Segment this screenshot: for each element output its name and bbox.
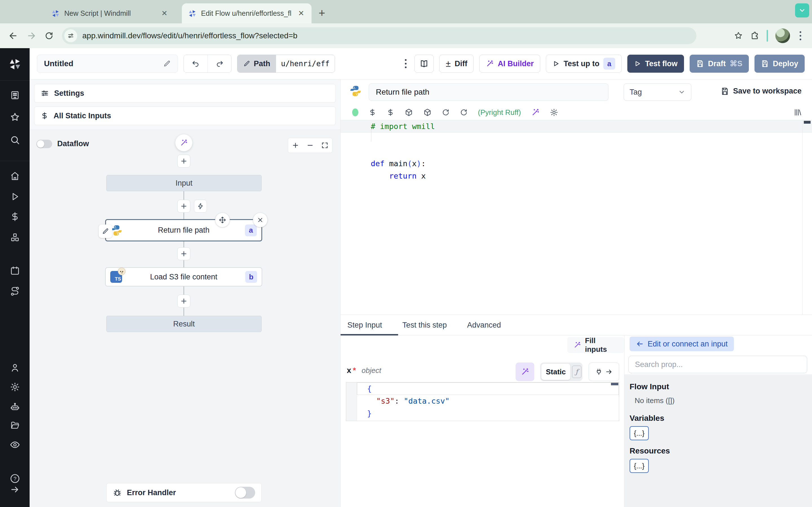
redo-button[interactable] [207,55,231,72]
editor-scrollbar[interactable] [802,120,812,315]
tab-close-icon[interactable]: ✕ [297,9,305,18]
test-flow-button[interactable]: Test flow [627,55,684,73]
reload-button[interactable] [45,31,54,40]
resource-dollar-icon[interactable] [387,108,395,116]
edit-step-icon[interactable] [99,224,112,238]
dataflow-toggle[interactable] [36,140,52,148]
fill-inputs-button[interactable]: Fill inputs [567,337,624,353]
ai-flow-button[interactable] [175,134,192,151]
profile-avatar[interactable] [775,29,790,43]
variable-dollar-icon[interactable] [368,108,376,116]
connect-input-button[interactable] [589,362,619,381]
insert-trigger-button[interactable] [194,200,207,213]
tag-select[interactable]: Tag [624,83,691,101]
routes-icon[interactable] [10,286,20,296]
variables-dollar-icon[interactable] [10,212,20,222]
editor-settings-gear-icon[interactable] [550,108,558,117]
search-icon[interactable] [10,135,20,145]
draft-button[interactable]: Draft ⌘S [690,55,749,73]
flow-settings-row[interactable]: Settings [34,84,336,103]
all-static-inputs-row[interactable]: All Static Inputs [34,107,336,125]
bookmark-star-icon[interactable] [734,31,743,40]
error-handler-row[interactable]: Error Handler [106,483,262,502]
audit-eye-icon[interactable] [10,439,20,450]
edit-or-connect-pill[interactable]: Edit or connect an input [629,337,734,351]
edit-pencil-icon[interactable] [163,60,171,68]
resources-object-chip[interactable]: {...} [629,459,649,473]
package-icon[interactable] [405,108,413,117]
move-step-icon[interactable] [215,213,230,227]
site-info-icon[interactable] [64,29,77,42]
flow-graph[interactable]: Dataflow Input [30,129,340,507]
json-input-editor[interactable]: { "s3": "data.csv"} [346,382,619,421]
expand-arrow-icon[interactable] [10,485,20,494]
zoom-out-button[interactable] [303,142,317,149]
step-node-b[interactable]: TS Load S3 file content b [105,267,262,286]
address-bar[interactable]: app.windmill.dev/flows/edit/u/henri/effo… [62,27,696,44]
browser-tab-active[interactable]: Edit Flow u/henri/effortless_fl ✕ [182,3,312,23]
insert-step-button[interactable] [177,155,190,168]
save-to-workspace-button[interactable]: Save to workspace [721,87,802,96]
insert-step-button[interactable] [177,247,190,260]
lint-status[interactable]: (Pyright Ruff) [478,108,521,117]
magic-wand-icon[interactable] [531,108,540,117]
play-icon [634,60,641,67]
browser-menu-icon[interactable] [797,31,804,40]
home-icon[interactable] [10,171,20,181]
delete-step-icon[interactable] [253,213,267,227]
test-up-to-button[interactable]: Test up to a [546,55,622,73]
settings-gear-icon[interactable] [10,382,20,392]
editor-toolbar: (Pyright Ruff) [341,105,812,120]
function-option[interactable]: ƒ [572,365,581,378]
favorites-star-icon[interactable] [10,112,20,122]
search-prop-input[interactable] [628,356,807,373]
tab-search-button[interactable] [795,3,809,17]
workspace-icon[interactable] [10,90,20,100]
undo-button[interactable] [184,55,207,72]
ai-robot-icon[interactable] [10,402,20,412]
windmill-logo[interactable] [8,58,21,71]
help-icon[interactable]: ? [10,473,20,484]
users-person-icon[interactable] [10,363,20,373]
input-node[interactable]: Input [106,175,262,191]
deploy-button[interactable]: Deploy [755,55,805,73]
schedules-calendar-icon[interactable] [10,266,20,276]
runs-play-icon[interactable] [10,191,20,202]
indent-guide [371,129,371,142]
new-tab-button[interactable]: + [319,7,325,18]
package-icon[interactable] [423,108,432,117]
insert-step-button[interactable] [177,200,190,213]
forward-button[interactable] [27,31,36,41]
path-group[interactable]: Path u/henri/eff [237,55,335,73]
folders-icon[interactable] [10,420,20,431]
extensions-icon[interactable] [750,31,759,40]
reload-icon[interactable] [460,108,468,116]
ai-builder-button[interactable]: AI Builder [479,55,540,73]
library-icon[interactable] [794,108,802,117]
ai-fill-button[interactable] [516,362,534,381]
flow-title-box[interactable]: Untitled [37,55,178,73]
insert-step-button[interactable] [177,295,190,307]
diff-button[interactable]: ± Diff [439,55,474,73]
more-options-icon[interactable] [403,59,409,68]
error-handler-toggle[interactable] [235,487,255,499]
back-button[interactable] [8,31,18,41]
variables-object-chip[interactable]: {...} [629,426,649,440]
result-node[interactable]: Result [106,316,262,332]
code-editor[interactable]: # import wmilldef main(x): return x [341,120,812,315]
tab-test-this-step[interactable]: Test this step [392,321,457,330]
step-node-a[interactable]: Return file path a [105,219,262,241]
path-value[interactable]: u/henri/eff [276,55,335,72]
browser-tab-inactive[interactable]: New Script | Windmill ✕ [45,3,175,23]
step-name-input[interactable] [369,83,608,101]
docs-button[interactable] [414,55,434,73]
static-option[interactable]: Static [541,363,570,380]
reload-icon[interactable] [442,108,450,116]
static-toggle[interactable]: Static ƒ [540,362,582,381]
resources-boxes-icon[interactable] [10,232,20,242]
zoom-in-button[interactable] [288,142,303,149]
tab-advanced[interactable]: Advanced [457,321,511,330]
tab-close-icon[interactable]: ✕ [160,9,168,18]
tab-step-input[interactable]: Step Input [341,321,392,330]
fit-view-button[interactable] [317,142,332,149]
